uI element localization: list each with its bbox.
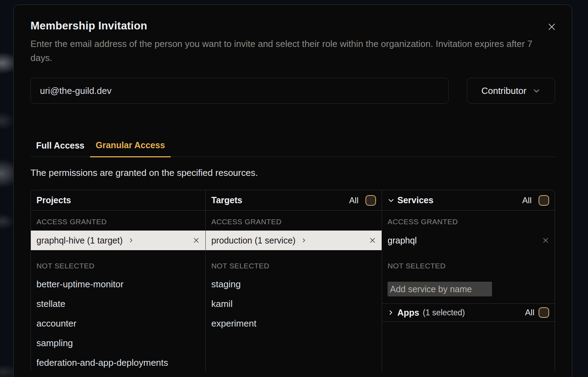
x-icon [542, 237, 549, 244]
apps-row[interactable]: Apps (1 selected) All [382, 303, 555, 322]
x-icon [193, 237, 200, 244]
apps-all-label: All [525, 308, 534, 317]
project-selected-row[interactable]: graphql-hive (1 target) [31, 231, 205, 250]
projects-list: better-uptime-monitor stellate accounter… [31, 274, 205, 371]
email-input[interactable] [30, 78, 449, 104]
chevron-right-icon [128, 238, 134, 243]
target-item[interactable]: kamil [206, 294, 382, 314]
targets-header: Targets All [206, 190, 382, 211]
chevron-down-icon [388, 197, 395, 204]
tab-granular-access[interactable]: Granular Access [90, 140, 171, 157]
target-selected-row[interactable]: production (1 service) [206, 231, 382, 250]
add-service-input[interactable] [388, 282, 492, 296]
invite-row: Contributor [30, 78, 555, 104]
project-item[interactable]: better-uptime-monitor [31, 274, 205, 294]
remove-target-button[interactable] [369, 237, 376, 244]
targets-access-granted-label: ACCESS GRANTED [211, 218, 376, 226]
apps-label: Apps [397, 308, 419, 318]
services-all-label: All [522, 196, 532, 205]
project-item[interactable]: accounter [31, 314, 205, 333]
membership-invitation-dialog: Membership Invitation Enter the email ad… [13, 5, 572, 377]
close-button[interactable] [544, 19, 559, 34]
role-select[interactable]: Contributor [467, 78, 555, 104]
apps-all-checkbox[interactable] [539, 307, 549, 318]
targets-all-label: All [349, 196, 358, 205]
dialog-title: Membership Invitation [30, 5, 555, 32]
target-item[interactable]: staging [206, 274, 382, 294]
target-item[interactable]: experiment [206, 314, 382, 333]
targets-all-checkbox[interactable] [365, 195, 376, 206]
services-access-granted-label: ACCESS GRANTED [388, 218, 549, 226]
targets-header-label: Targets [211, 195, 242, 205]
chevron-down-icon [533, 87, 540, 95]
projects-column: Projects ACCESS GRANTED graphql-hive (1 … [31, 190, 206, 371]
chevron-right-icon [388, 309, 394, 316]
service-selected-label: graphql [388, 235, 417, 246]
x-icon [369, 237, 376, 244]
targets-not-selected-label: NOT SELECTED [211, 262, 376, 270]
remove-service-button[interactable] [542, 237, 549, 244]
targets-list: staging kamil experiment [206, 274, 382, 333]
projects-not-selected-label: NOT SELECTED [36, 262, 200, 270]
dialog-description: Enter the email address of the person yo… [30, 37, 555, 65]
chevron-right-icon [301, 238, 307, 243]
services-not-selected-label: NOT SELECTED [388, 262, 549, 270]
permissions-note: The permissions are granted on the speci… [30, 167, 555, 178]
project-selected-label: graphql-hive (1 target) [36, 235, 123, 246]
project-item[interactable]: stellate [31, 294, 205, 314]
services-header[interactable]: Services All [382, 190, 555, 211]
services-column: Services All ACCESS GRANTED graphql NOT … [382, 190, 555, 371]
targets-column: Targets All ACCESS GRANTED production (1… [206, 190, 382, 371]
project-item[interactable]: federation-and-app-deployments [31, 353, 205, 371]
projects-header-label: Projects [36, 195, 71, 205]
projects-access-granted-label: ACCESS GRANTED [36, 218, 200, 226]
apps-selected-count: (1 selected) [423, 308, 465, 317]
remove-project-button[interactable] [193, 237, 200, 244]
services-header-label: Services [397, 195, 433, 205]
resource-table: Projects ACCESS GRANTED graphql-hive (1 … [30, 190, 555, 371]
services-all-checkbox[interactable] [539, 195, 549, 206]
target-selected-label: production (1 service) [211, 235, 295, 246]
project-item[interactable]: sampling [31, 333, 205, 353]
tab-full-access[interactable]: Full Access [30, 140, 90, 157]
service-selected-row: graphql [382, 231, 555, 250]
close-icon [547, 22, 556, 32]
access-tabs: Full Access Granular Access [30, 140, 555, 157]
projects-header: Projects [31, 190, 205, 211]
role-select-value: Contributor [481, 85, 527, 96]
